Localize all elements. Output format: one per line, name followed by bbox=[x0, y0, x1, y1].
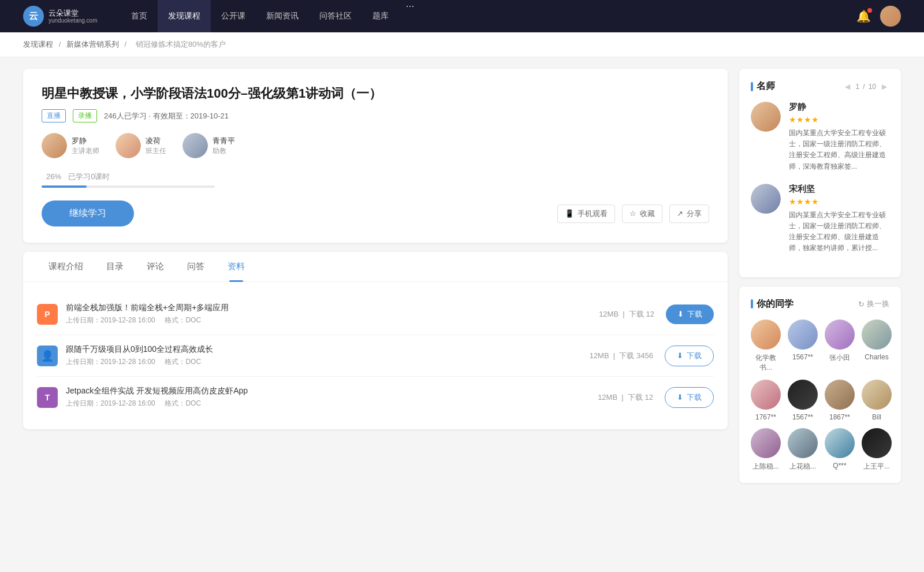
tab-materials[interactable]: 资料 bbox=[216, 252, 256, 281]
progress-sub: 已学习0课时 bbox=[68, 172, 110, 181]
teacher-3-role: 助教 bbox=[213, 146, 235, 156]
bell-icon[interactable]: 🔔 bbox=[856, 9, 871, 23]
teacher-2-name: 凌荷 bbox=[146, 136, 166, 146]
teacher-2-stars: ★★★★ bbox=[789, 197, 889, 206]
teachers-panel-nav: ◀ 1 / 10 ▶ bbox=[843, 81, 889, 92]
student-name-9: 上陈稳... bbox=[752, 462, 779, 471]
main-content: 明星中教授课，小学阶段语法100分–强化级第1讲动词（一） 直播 录播 246人… bbox=[0, 57, 924, 504]
student-6: 1567** bbox=[788, 380, 818, 421]
student-2: 1567** bbox=[788, 320, 818, 373]
refresh-icon: ↻ bbox=[858, 300, 865, 309]
nav-items: 首页 发现课程 公开课 新闻资讯 问答社区 题库 ··· bbox=[121, 0, 856, 32]
student-avatar-9[interactable] bbox=[751, 428, 781, 458]
student-name-10: 上花稳... bbox=[789, 462, 816, 471]
mobile-label: 手机观看 bbox=[578, 209, 608, 219]
teacher-1-avatar bbox=[42, 133, 67, 158]
student-name-7: 1867** bbox=[829, 413, 850, 421]
teachers-next-button[interactable]: ▶ bbox=[880, 81, 889, 92]
logo-text: 云朵课堂 yunduoketang.com bbox=[49, 9, 98, 24]
student-avatar-2[interactable] bbox=[788, 320, 818, 350]
progress-bar-fill bbox=[42, 185, 87, 188]
swap-button[interactable]: ↻ 换一换 bbox=[858, 299, 889, 309]
download-button-2[interactable]: ⬇ 下载 bbox=[665, 346, 714, 366]
share-button[interactable]: ↗ 分享 bbox=[669, 205, 709, 223]
mobile-watch-button[interactable]: 📱 手机观看 bbox=[557, 205, 615, 223]
student-avatar-11[interactable] bbox=[825, 428, 855, 458]
tabs-content: P 前端全栈加强版！前端全栈+全周期+多端应用 上传日期：2019-12-28 … bbox=[23, 282, 728, 429]
file-info-2: 跟随千万级项目从0到100全过程高效成长 上传日期：2019-12-28 16:… bbox=[66, 344, 590, 367]
teachers-prev-button[interactable]: ◀ bbox=[843, 81, 852, 92]
tab-catalog[interactable]: 目录 bbox=[95, 252, 135, 281]
nav-item-home[interactable]: 首页 bbox=[121, 0, 158, 32]
student-avatar-5[interactable] bbox=[751, 380, 781, 410]
breadcrumb-link-discover[interactable]: 发现课程 bbox=[23, 40, 53, 49]
file-format-1: 格式：DOC bbox=[165, 316, 201, 324]
badge-live: 直播 bbox=[42, 109, 66, 122]
nav-item-opencourse[interactable]: 公开课 bbox=[211, 0, 256, 32]
tab-intro[interactable]: 课程介绍 bbox=[37, 252, 95, 281]
nav-item-discover[interactable]: 发现课程 bbox=[158, 0, 211, 32]
progress-label: 26% 已学习0课时 bbox=[42, 171, 709, 182]
teacher-3-info: 青青平 助教 bbox=[213, 136, 235, 156]
share-label: 分享 bbox=[687, 209, 702, 219]
file-date-1: 上传日期：2019-12-28 16:00 bbox=[66, 316, 155, 324]
logo[interactable]: 云 云朵课堂 yunduoketang.com bbox=[23, 6, 98, 27]
student-4: Charles bbox=[862, 320, 892, 373]
teacher-3: 青青平 助教 bbox=[182, 133, 235, 158]
file-item-3: T Jetpack全组件实战 开发短视频应用高仿皮皮虾App 上传日期：2019… bbox=[37, 377, 714, 418]
file-name-1: 前端全栈加强版！前端全栈+全周期+多端应用 bbox=[66, 303, 599, 313]
nav-more-button[interactable]: ··· bbox=[399, 0, 422, 32]
student-11: Q*** bbox=[825, 428, 855, 471]
collect-button[interactable]: ☆ 收藏 bbox=[622, 205, 662, 223]
progress-bar-bg bbox=[42, 185, 215, 188]
course-meta: 直播 录播 246人已学习 · 有效期至：2019-10-21 bbox=[42, 109, 709, 122]
students-panel-title: 你的同学 bbox=[751, 298, 793, 310]
student-avatar-8[interactable] bbox=[862, 380, 892, 410]
student-avatar-1[interactable] bbox=[751, 320, 781, 350]
teachers-panel-header: 名师 ◀ 1 / 10 ▶ bbox=[751, 80, 889, 92]
download-button-1[interactable]: ⬇ 下载 bbox=[666, 304, 714, 324]
student-1: 化学教书... bbox=[751, 320, 781, 373]
breadcrumb-link-series[interactable]: 新媒体营销系列 bbox=[66, 40, 119, 49]
nav-item-quiz[interactable]: 题库 bbox=[362, 0, 399, 32]
tab-comments[interactable]: 评论 bbox=[135, 252, 176, 281]
nav-item-news[interactable]: 新闻资讯 bbox=[256, 0, 309, 32]
file-meta-1: 上传日期：2019-12-28 16:00 格式：DOC bbox=[66, 315, 599, 325]
teacher-2-desc: 国内某重点大学安全工程专业硕士，国家一级注册消防工程师、注册安全工程师、级注册建… bbox=[789, 210, 889, 254]
file-stats-2: 12MB | 下载 3456 bbox=[590, 351, 653, 361]
continue-study-button[interactable]: 继续学习 bbox=[42, 200, 134, 226]
student-avatar-4[interactable] bbox=[862, 320, 892, 350]
user-avatar[interactable] bbox=[880, 6, 901, 27]
file-size-1: 12MB bbox=[599, 310, 619, 318]
file-size-2: 12MB bbox=[590, 351, 609, 360]
file-icon-3: T bbox=[37, 387, 58, 408]
file-meta-2: 上传日期：2019-12-28 16:00 格式：DOC bbox=[66, 357, 590, 367]
teacher-1-desc: 国内某重点大学安全工程专业硕士，国家一级注册消防工程师、注册安全工程师、高级注册… bbox=[789, 128, 889, 172]
student-name-3: 张小田 bbox=[829, 353, 850, 363]
student-avatar-6[interactable] bbox=[788, 380, 818, 410]
student-12: 上王平... bbox=[862, 428, 892, 471]
file-name-3: Jetpack全组件实战 开发短视频应用高仿皮皮虾App bbox=[66, 386, 598, 396]
student-avatar-3[interactable] bbox=[825, 320, 855, 350]
teacher-2-info: 凌荷 班主任 bbox=[146, 136, 166, 156]
student-name-4: Charles bbox=[865, 353, 888, 361]
tab-qa[interactable]: 问答 bbox=[176, 252, 216, 281]
teacher-2: 凌荷 班主任 bbox=[116, 133, 166, 158]
teacher-panel-name-1: 罗静 bbox=[789, 102, 889, 113]
file-date-3: 上传日期：2019-12-28 16:00 bbox=[66, 399, 155, 407]
file-stats-1: 12MB | 下载 12 bbox=[599, 309, 654, 320]
student-avatar-10[interactable] bbox=[788, 428, 818, 458]
teacher-panel-info-2: 宋利坚 ★★★★ 国内某重点大学安全工程专业硕士，国家一级注册消防工程师、注册安… bbox=[789, 184, 889, 254]
file-date-2: 上传日期：2019-12-28 16:00 bbox=[66, 358, 155, 366]
file-meta-3: 上传日期：2019-12-28 16:00 格式：DOC bbox=[66, 399, 598, 408]
student-7: 1867** bbox=[825, 380, 855, 421]
teacher-panel-info-1: 罗静 ★★★★ 国内某重点大学安全工程专业硕士，国家一级注册消防工程师、注册安全… bbox=[789, 102, 889, 172]
student-avatar-12[interactable] bbox=[862, 428, 892, 458]
nav-item-qa[interactable]: 问答社区 bbox=[309, 0, 362, 32]
student-avatar-7[interactable] bbox=[825, 380, 855, 410]
course-card: 明星中教授课，小学阶段语法100分–强化级第1讲动词（一） 直播 录播 246人… bbox=[23, 69, 728, 243]
teacher-panel-name-2: 宋利坚 bbox=[789, 184, 889, 195]
download-button-3[interactable]: ⬇ 下载 bbox=[665, 387, 714, 408]
student-name-6: 1567** bbox=[792, 413, 813, 421]
student-name-11: Q*** bbox=[833, 462, 846, 470]
